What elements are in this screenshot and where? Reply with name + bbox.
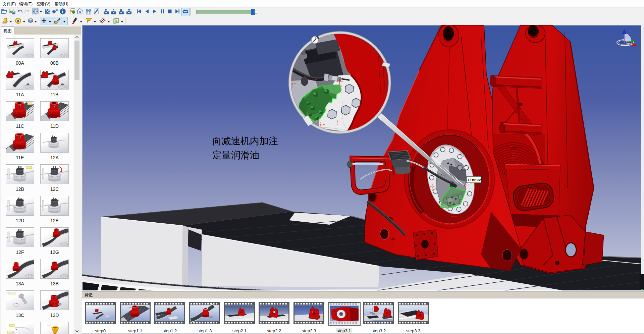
svg-text:向减速机内加注: 向减速机内加注 [212,136,278,146]
svg-text:定量润滑油: 定量润滑油 [212,150,259,160]
svg-text:BOM: BOM [86,8,91,11]
svg-text:Line02: Line02 [468,178,481,182]
